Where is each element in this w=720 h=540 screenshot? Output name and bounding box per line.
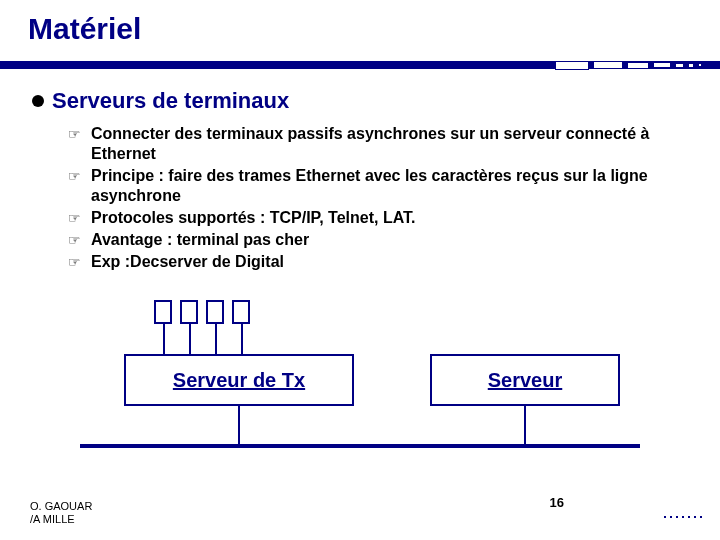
list-item: ☞ Principe : faire des trames Ethernet a… (68, 166, 688, 206)
bullet-text: Connecter des terminaux passifs asynchro… (91, 124, 688, 164)
terminal-icon (154, 300, 172, 324)
bullet-text: Principe : faire des trames Ethernet ave… (91, 166, 688, 206)
footer-author-1: O. GAOUAR (30, 500, 92, 513)
tx-server-box: Serveur de Tx (124, 354, 354, 406)
footer-author-2: /A MILLE (30, 513, 92, 526)
bullet-disc-icon (32, 95, 44, 107)
terminal-icon (206, 300, 224, 324)
bullet-text: Protocoles supportés : TCP/IP, Telnet, L… (91, 208, 416, 228)
slide-title: Matériel (0, 0, 720, 54)
pointing-hand-icon: ☞ (68, 208, 81, 228)
pointing-hand-icon: ☞ (68, 252, 81, 272)
bullet-text: Avantage : terminal pas cher (91, 230, 309, 250)
server-box: Serveur (430, 354, 620, 406)
list-item: ☞ Avantage : terminal pas cher (68, 230, 688, 250)
heading-text: Serveurs de terminaux (52, 88, 289, 114)
connector-line (238, 406, 240, 444)
bullet-text: Exp :Decserver de Digital (91, 252, 284, 272)
bullet-list: ☞ Connecter des terminaux passifs asynch… (32, 120, 688, 272)
connector-line (189, 324, 191, 354)
terminal-icon (232, 300, 250, 324)
server-label: Serveur (488, 369, 563, 392)
footer-decoration (664, 516, 702, 518)
terminal-icons (154, 300, 250, 324)
connector-line (524, 406, 526, 444)
heading-row: Serveurs de terminaux (32, 88, 688, 114)
pointing-hand-icon: ☞ (68, 124, 81, 144)
terminal-icon (180, 300, 198, 324)
divider-decoration (555, 58, 702, 72)
footer-authors: O. GAOUAR /A MILLE (30, 500, 92, 526)
connector-line (163, 324, 165, 354)
pointing-hand-icon: ☞ (68, 166, 81, 186)
ethernet-bus-line (80, 444, 640, 448)
list-item: ☞ Exp :Decserver de Digital (68, 252, 688, 272)
title-divider (0, 58, 720, 72)
page-number: 16 (550, 495, 564, 510)
connector-line (241, 324, 243, 354)
list-item: ☞ Connecter des terminaux passifs asynch… (68, 124, 688, 164)
network-diagram: Serveur de Tx Serveur (80, 300, 640, 470)
connector-line (215, 324, 217, 354)
pointing-hand-icon: ☞ (68, 230, 81, 250)
tx-server-label: Serveur de Tx (173, 369, 305, 392)
list-item: ☞ Protocoles supportés : TCP/IP, Telnet,… (68, 208, 688, 228)
content-area: Serveurs de terminaux ☞ Connecter des te… (0, 72, 720, 470)
